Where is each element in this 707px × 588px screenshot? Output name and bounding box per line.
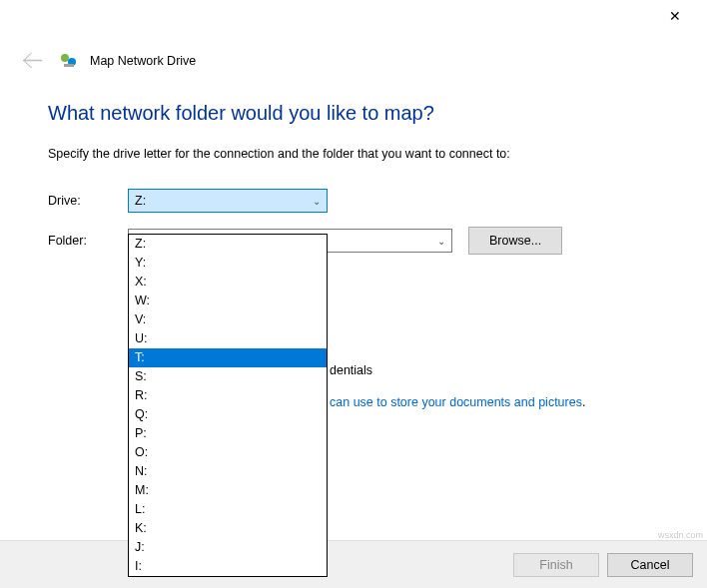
credentials-text-fragment: dentials (330, 363, 372, 377)
drive-option[interactable]: Q: (129, 405, 327, 424)
finish-button: Finish (513, 553, 599, 577)
drive-option[interactable]: J: (129, 538, 327, 557)
drive-option[interactable]: S: (129, 367, 327, 386)
cancel-button[interactable]: Cancel (607, 553, 693, 577)
browse-button[interactable]: Browse... (468, 227, 562, 255)
drive-select-value: Z: (135, 194, 146, 208)
drive-option[interactable]: R: (129, 386, 327, 405)
chevron-down-icon: ⌄ (313, 196, 321, 207)
drive-option[interactable]: L: (129, 500, 327, 519)
drive-option[interactable]: P: (129, 424, 327, 443)
page-subtext: Specify the drive letter for the connect… (48, 147, 659, 161)
wizard-header: 🡠 Map Network Drive (0, 32, 707, 86)
drive-option[interactable]: M: (129, 481, 327, 500)
drive-option[interactable]: W: (129, 292, 327, 310)
drive-option[interactable]: X: (129, 273, 327, 292)
drive-option[interactable]: N: (129, 462, 327, 481)
drive-option[interactable]: K: (129, 519, 327, 538)
content-area: What network folder would you like to ma… (0, 86, 707, 255)
drive-option[interactable]: Y: (129, 254, 327, 273)
page-heading: What network folder would you like to ma… (48, 102, 659, 125)
drive-row: Drive: Z: ⌄ (48, 189, 659, 213)
network-drive-icon (60, 52, 78, 70)
back-arrow-icon[interactable]: 🡠 (18, 46, 48, 76)
drive-option[interactable]: U: (129, 329, 327, 348)
drive-option[interactable]: I: (129, 557, 327, 576)
drive-option[interactable]: V: (129, 310, 327, 329)
window-title: Map Network Drive (90, 54, 196, 68)
watermark: wsxdn.com (658, 530, 703, 540)
svg-rect-2 (64, 64, 74, 67)
close-icon[interactable]: ✕ (655, 2, 695, 30)
chevron-down-icon: ⌄ (437, 236, 445, 247)
website-link-fragment[interactable]: can use to store your documents and pict… (330, 395, 585, 409)
svg-point-0 (61, 54, 69, 62)
drive-option[interactable]: O: (129, 443, 327, 462)
drive-label: Drive: (48, 194, 128, 208)
drive-option[interactable]: Z: (129, 235, 327, 254)
folder-label: Folder: (48, 234, 128, 248)
drive-select[interactable]: Z: ⌄ (128, 189, 328, 213)
titlebar: ✕ (0, 0, 707, 32)
drive-dropdown-list[interactable]: Z:Y:X:W:V:U:T:S:R:Q:P:O:N:M:L:K:J:I: (128, 234, 328, 577)
drive-option[interactable]: T: (129, 348, 327, 367)
footer-bar: Finish Cancel (0, 540, 707, 588)
